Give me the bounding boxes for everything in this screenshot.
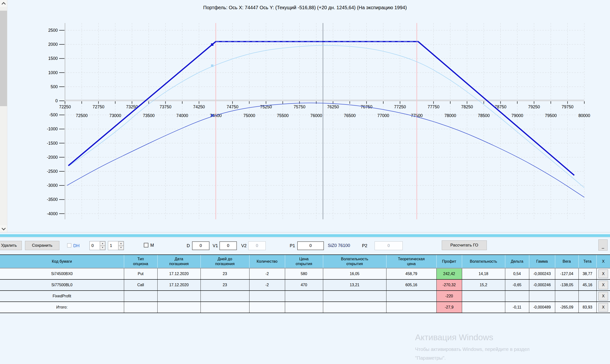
x-tick-label: 78000 bbox=[444, 113, 456, 118]
cursor-marker bbox=[211, 114, 213, 117]
spin-down-icon[interactable]: ▼ bbox=[118, 246, 124, 250]
table-cell bbox=[386, 291, 437, 302]
table-cell: 13,21 bbox=[323, 279, 386, 291]
x-tick-label: 79750 bbox=[562, 104, 574, 109]
save-button[interactable]: Сохранить bbox=[25, 241, 59, 250]
table-cell: 605,16 bbox=[386, 279, 437, 291]
y-tick-label: 1000 bbox=[48, 70, 58, 75]
x-tick-label: 78500 bbox=[478, 113, 490, 118]
table-cell bbox=[579, 291, 597, 302]
y-tick-label: 1500 bbox=[48, 56, 58, 61]
m-checkbox[interactable] bbox=[144, 243, 148, 247]
x-tick-label: 77250 bbox=[394, 104, 406, 109]
v2-input bbox=[248, 241, 266, 250]
table-row[interactable]: Si74500BX0Put17.12.202023-258016,05458,7… bbox=[0, 268, 610, 280]
cursor-marker bbox=[211, 43, 213, 46]
table-cell: 38,77 bbox=[579, 268, 597, 280]
windows-activation-title: Активация Windows bbox=[415, 333, 493, 342]
row-action-cell: X bbox=[597, 279, 610, 291]
vertical-scrollbar[interactable] bbox=[0, 0, 7, 232]
portfolio-payoff-chart[interactable]: 25002000150010005000-500-1000-1500-2000-… bbox=[0, 0, 610, 232]
x-tick-label: 72750 bbox=[93, 104, 105, 109]
x-axis-line bbox=[65, 100, 584, 101]
y-tick-label: -3000 bbox=[47, 183, 58, 188]
x-tick-label: 78250 bbox=[461, 104, 473, 109]
y-tick-label: -500 bbox=[49, 112, 58, 117]
table-cell: 0,54 bbox=[505, 268, 529, 280]
column-header-10: Волатильность bbox=[462, 255, 505, 268]
table-row[interactable]: FixedProfit-220X bbox=[0, 291, 610, 302]
table-cell: -0,65 bbox=[505, 279, 529, 291]
table-cell: 45,16 bbox=[579, 279, 597, 291]
delete-button[interactable]: Удалить bbox=[0, 241, 22, 250]
calculate-margin-button[interactable]: Рассчитать ГО bbox=[442, 240, 487, 250]
column-header-3: Дата погашения bbox=[157, 255, 200, 268]
row-delete-button[interactable]: X bbox=[598, 281, 608, 289]
spin-up-icon[interactable]: ▲ bbox=[118, 241, 124, 246]
m-label: M bbox=[150, 243, 154, 248]
splitter-border bbox=[0, 232, 610, 233]
table-cell: 17.12.2020 bbox=[157, 268, 200, 280]
x-tick-label: 75000 bbox=[243, 113, 255, 118]
table-cell: 23 bbox=[200, 268, 249, 280]
row-delete-button[interactable]: X bbox=[598, 303, 608, 312]
column-header-4: Дней до погашения bbox=[200, 255, 249, 268]
row-delete-button[interactable]: X bbox=[598, 292, 608, 300]
d-label: D bbox=[187, 243, 190, 248]
row-action-cell: X bbox=[597, 268, 610, 280]
table-header-row: Код бумагиТип опционаДата погашенияДней … bbox=[0, 255, 610, 268]
x-tick-label: 73000 bbox=[109, 113, 121, 118]
table-cell bbox=[285, 291, 323, 302]
x-tick-label: 77750 bbox=[428, 104, 439, 109]
table-cell bbox=[323, 302, 386, 313]
column-header-12: Гамма bbox=[529, 255, 555, 268]
table-cell: -0,11 bbox=[505, 302, 529, 313]
x-tick-label: 72500 bbox=[76, 113, 88, 118]
dh-spinner-1[interactable]: 0 ▲ ▼ bbox=[90, 241, 106, 250]
d-input[interactable] bbox=[192, 241, 210, 250]
y-tick-label: -2000 bbox=[47, 155, 58, 160]
dh-checkbox[interactable] bbox=[67, 243, 71, 247]
y-tick-label: 0 bbox=[55, 98, 58, 103]
chevron-down-icon bbox=[1, 226, 6, 230]
scrollbar-thumb[interactable] bbox=[0, 11, 7, 106]
table-cell: -0,000246 bbox=[529, 279, 555, 291]
y-tick-label: -1000 bbox=[47, 127, 58, 131]
v1-input[interactable] bbox=[219, 241, 237, 250]
splitter-handle[interactable] bbox=[0, 234, 610, 237]
minimize-button[interactable]: _ bbox=[598, 239, 608, 251]
x-tick-label: 76500 bbox=[344, 113, 356, 118]
column-header-7: Волатильность открытия bbox=[323, 255, 386, 268]
splitter-border-bottom bbox=[0, 237, 610, 238]
x-tick-label: 76000 bbox=[310, 113, 322, 118]
x-tick-label: 73750 bbox=[159, 104, 172, 109]
scroll-up-button[interactable] bbox=[0, 0, 7, 7]
scroll-down-button[interactable] bbox=[0, 225, 7, 232]
table-cell bbox=[323, 291, 386, 302]
column-header-14: Тета bbox=[579, 255, 597, 268]
table-cell: Итого: bbox=[0, 302, 124, 313]
spinner-value: 0 bbox=[90, 241, 100, 250]
y-tick-label: -4000 bbox=[47, 211, 58, 216]
spin-down-icon[interactable]: ▼ bbox=[100, 246, 105, 250]
table-cell: -265,09 bbox=[555, 302, 579, 313]
spin-up-icon[interactable]: ▲ bbox=[100, 241, 105, 246]
table-cell: 458,79 bbox=[386, 268, 437, 280]
table-row[interactable]: Si77500BL0Call17.12.202023-247013,21605,… bbox=[0, 279, 610, 291]
table-cell bbox=[462, 291, 505, 302]
dh-spinner-2[interactable]: 1 ▲ ▼ bbox=[108, 241, 124, 250]
p1-input[interactable] bbox=[297, 241, 324, 250]
profit-cell: 242,42 bbox=[437, 268, 462, 280]
table-cell: Si74500BX0 bbox=[0, 268, 124, 280]
dh-label: DH bbox=[73, 243, 80, 248]
table-cell: FixedProfit bbox=[0, 291, 124, 302]
table-cell: Put bbox=[124, 268, 157, 280]
profit-cell: -270,32 bbox=[437, 279, 462, 291]
y-tick-label: 2500 bbox=[48, 28, 58, 33]
x-tick-label: 76250 bbox=[327, 104, 339, 109]
table-cell: Call bbox=[124, 279, 157, 291]
table-cell bbox=[157, 302, 200, 313]
table-row[interactable]: Итого:-27,9-0,11-0,000489-265,0983,93X bbox=[0, 302, 610, 313]
row-delete-button[interactable]: X bbox=[598, 270, 608, 278]
x-tick-label: 80000 bbox=[579, 113, 590, 118]
